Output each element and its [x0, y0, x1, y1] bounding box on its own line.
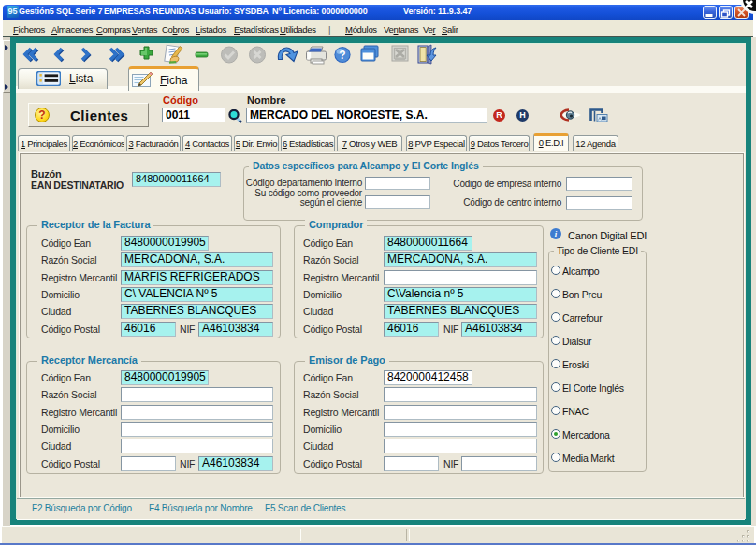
svg-text:?: ? — [339, 49, 345, 62]
